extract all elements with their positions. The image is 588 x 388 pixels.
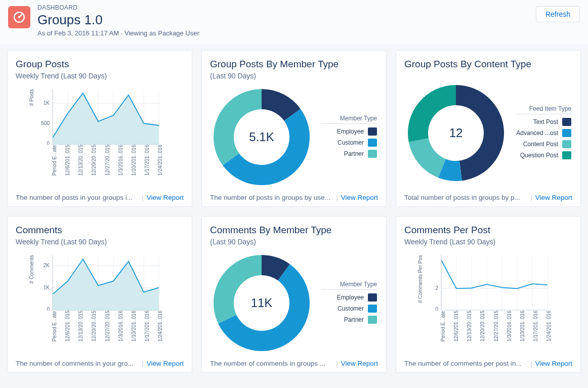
comments-per-post-chart: # Comments Per Pos 02 Period E...ate12/6… [417, 255, 559, 351]
card-description: The number of posts in groups by use... [210, 194, 330, 201]
legend-title: Member Type [321, 115, 377, 124]
header-subtitle: As of Feb 3, 2016 11:17 AM · Viewing as … [37, 29, 536, 37]
y-axis-label: # Posts [29, 89, 34, 106]
y-axis-label: # Comments [29, 255, 34, 284]
legend-item: Text Post [516, 116, 571, 127]
page-title: Groups 1.0 [37, 12, 536, 28]
svg-text:1K: 1K [44, 284, 50, 290]
card-subtitle: Weekly Trend (Last 90 Days) [16, 72, 184, 80]
card-title: Group Posts By Member Type [210, 59, 378, 70]
view-report-link[interactable]: View Report [535, 194, 572, 201]
legend-item: Customer [321, 137, 377, 148]
card-posts-content: Group Posts By Content Type 12 Feed Item… [396, 50, 581, 207]
card-title: Group Posts By Content Type [404, 59, 572, 70]
donut-center-value: 11K [211, 252, 312, 354]
gauge-icon [13, 11, 26, 24]
svg-text:500: 500 [41, 120, 50, 126]
card-description: Total number of posts in groups by p... [404, 194, 520, 201]
legend-item: Question Post [516, 150, 571, 161]
posts-member-chart: 5.1K [211, 87, 312, 188]
legend-item: Employee [321, 126, 377, 137]
svg-text:0: 0 [435, 307, 438, 311]
legend-item: Customer [321, 303, 377, 314]
posts-content-chart: 12 [405, 82, 507, 184]
svg-text:1K: 1K [44, 100, 50, 106]
card-group-posts: Group Posts Weekly Trend (Last 90 Days) … [7, 50, 192, 207]
card-description: The number of comments per post in... [404, 360, 522, 367]
card-title: Group Posts [16, 59, 184, 70]
y-axis-label: # Comments Per Pos [417, 255, 423, 303]
svg-point-1 [18, 16, 20, 18]
card-title: Comments [16, 225, 184, 236]
legend-item: Partner [321, 148, 377, 159]
card-title: Comments Per Post [404, 225, 572, 236]
legend-item: Employee [321, 292, 377, 303]
view-report-link[interactable]: View Report [535, 360, 572, 367]
comments-chart: # Comments 01K2K Period E...ate12/6/201.… [29, 255, 171, 351]
view-report-link[interactable]: View Report [341, 194, 378, 201]
legend-item: Partner [321, 314, 377, 325]
cards-grid: Group Posts Weekly Trend (Last 90 Days) … [0, 44, 588, 380]
view-report-link[interactable]: View Report [147, 360, 184, 367]
refresh-button[interactable]: Refresh [536, 6, 580, 22]
card-subtitle: Weekly Trend (Last 90 Days) [404, 238, 572, 246]
group-posts-chart: # Posts 05001K Period E...ate12/6/201..0… [29, 89, 171, 185]
card-posts-member: Group Posts By Member Type (Last 90 Days… [201, 50, 387, 207]
card-description: The number of posts in your groups i... [16, 194, 133, 201]
card-subtitle: (Last 90 Days) [210, 72, 378, 80]
donut-center-value: 12 [405, 82, 507, 184]
header-text: DASHBOARD Groups 1.0 As of Feb 3, 2016 1… [37, 4, 536, 37]
legend-item: Advanced ...ost [516, 127, 571, 139]
legend-item: Content Post [516, 139, 571, 150]
dashboard-header: DASHBOARD Groups 1.0 As of Feb 3, 2016 1… [0, 0, 588, 44]
dashboard-icon [8, 6, 30, 28]
card-description: The number of comments in your gro... [16, 360, 134, 367]
card-comments-per-post: Comments Per Post Weekly Trend (Last 90 … [396, 216, 581, 373]
card-comments: Comments Weekly Trend (Last 90 Days) # C… [7, 216, 192, 373]
view-report-link[interactable]: View Report [147, 194, 184, 201]
legend-title: Feed Item Type [516, 105, 571, 114]
card-subtitle: (Last 90 Days) [210, 238, 378, 246]
svg-text:2: 2 [435, 285, 438, 291]
card-comments-member: Comments By Member Type (Last 90 Days) 1… [201, 216, 387, 373]
card-description: The number of comments in groups ... [210, 360, 325, 367]
comments-member-chart: 11K [211, 252, 312, 354]
chart-legend: Member Type EmployeeCustomerPartner [321, 281, 377, 325]
view-report-link[interactable]: View Report [341, 360, 378, 367]
legend-title: Member Type [321, 281, 377, 290]
chart-legend: Feed Item Type Text PostAdvanced ...ostC… [516, 105, 571, 161]
svg-text:0: 0 [47, 307, 50, 311]
card-title: Comments By Member Type [210, 225, 378, 236]
svg-text:0: 0 [47, 141, 50, 145]
chart-legend: Member Type EmployeeCustomerPartner [321, 115, 377, 159]
header-kicker: DASHBOARD [37, 4, 536, 11]
svg-text:2K: 2K [44, 263, 50, 268]
card-subtitle: Weekly Trend (Last 90 Days) [16, 238, 184, 246]
donut-center-value: 5.1K [211, 87, 312, 188]
